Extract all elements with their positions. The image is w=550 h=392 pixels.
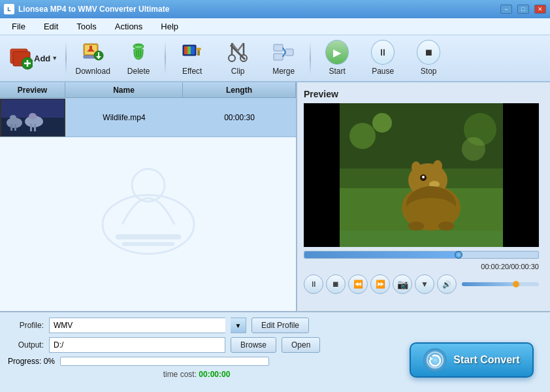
- clip-icon: [226, 41, 250, 64]
- svg-rect-62: [340, 231, 503, 247]
- svg-point-66: [462, 137, 485, 161]
- output-label: Output:: [8, 340, 44, 350]
- profile-label: Profile:: [8, 321, 44, 330]
- close-button[interactable]: ✕: [534, 5, 546, 14]
- effect-button[interactable]: Effect: [170, 39, 214, 78]
- main-content: Preview Name Length: [0, 82, 550, 311]
- profile-input[interactable]: [49, 318, 225, 333]
- svg-rect-29: [274, 44, 283, 51]
- svg-line-24: [237, 43, 244, 52]
- seek-thumb: [455, 251, 462, 259]
- delete-label: Delete: [127, 67, 150, 76]
- pause-button[interactable]: ⏸ Pause: [361, 39, 405, 78]
- video-frame: [304, 103, 539, 247]
- open-button[interactable]: Open: [282, 337, 320, 353]
- svg-point-63: [349, 123, 376, 149]
- title-bar: L Lionsea MP4 to WMV Converter Ultimate …: [0, 0, 550, 18]
- pb-more-button[interactable]: ▼: [415, 274, 434, 294]
- pb-pause-button[interactable]: ⏸: [304, 274, 323, 294]
- svg-rect-36: [14, 124, 16, 131]
- delete-icon: [127, 41, 150, 64]
- volume-bar[interactable]: [462, 282, 539, 286]
- stop-button[interactable]: ⏹ Stop: [406, 39, 451, 78]
- effect-icon: [180, 41, 204, 64]
- edit-profile-button[interactable]: Edit Profile: [251, 318, 309, 333]
- file-list-header: Preview Name Length: [0, 82, 296, 98]
- file-list-body: Wildlife.mp4 00:00:30: [0, 98, 296, 311]
- app-window: L Lionsea MP4 to WMV Converter Ultimate …: [0, 0, 550, 392]
- svg-point-56: [412, 161, 421, 173]
- app-icon: L: [4, 4, 14, 14]
- preview-title: Preview: [304, 89, 543, 99]
- svg-rect-39: [30, 123, 32, 131]
- download-button[interactable]: Download: [71, 39, 115, 78]
- start-convert-label: Start Convert: [453, 354, 519, 366]
- pb-stop-button[interactable]: ⏹: [326, 274, 346, 294]
- svg-point-37: [10, 115, 16, 120]
- menu-help[interactable]: Help: [152, 20, 187, 33]
- seek-bar[interactable]: [304, 251, 539, 259]
- start-convert-button[interactable]: Start Convert: [410, 342, 534, 378]
- pb-snapshot-button[interactable]: 📷: [393, 274, 412, 294]
- pb-rewind-button[interactable]: ⏪: [348, 274, 368, 294]
- start-label: Start: [329, 67, 346, 76]
- menu-file[interactable]: File: [3, 20, 35, 33]
- volume-fill: [462, 282, 516, 286]
- clip-label: Clip: [231, 67, 245, 76]
- svg-rect-30: [274, 54, 283, 60]
- browse-button[interactable]: Browse: [231, 337, 276, 353]
- delete-button[interactable]: Delete: [116, 39, 161, 78]
- pb-forward-button[interactable]: ⏩: [370, 274, 390, 294]
- add-icon: [9, 46, 33, 70]
- svg-rect-35: [10, 124, 12, 131]
- profile-dropdown[interactable]: ▼: [231, 318, 246, 333]
- file-list: Preview Name Length: [0, 82, 297, 311]
- svg-rect-45: [122, 242, 174, 246]
- svg-point-60: [408, 221, 424, 231]
- svg-point-41: [29, 113, 37, 120]
- svg-point-43: [132, 169, 165, 202]
- time-cost-label: time cost:: [163, 370, 197, 379]
- table-row[interactable]: Wildlife.mp4 00:00:30: [0, 98, 296, 137]
- svg-point-61: [438, 221, 454, 231]
- svg-point-59: [405, 198, 457, 224]
- svg-rect-46: [304, 103, 340, 247]
- output-row: Output: Browse Open: [8, 337, 385, 353]
- svg-point-65: [372, 113, 392, 133]
- merge-button[interactable]: Merge: [261, 39, 306, 78]
- svg-point-54: [422, 176, 425, 178]
- output-input[interactable]: [49, 337, 225, 353]
- download-icon: [81, 41, 105, 64]
- maximize-button[interactable]: □: [517, 5, 529, 14]
- pb-volume-button[interactable]: 🔊: [437, 274, 457, 294]
- start-icon: ▶: [325, 41, 349, 64]
- start-button[interactable]: ▶ Start: [315, 39, 359, 78]
- minimize-button[interactable]: −: [500, 5, 512, 14]
- profile-row: Profile: ▼ Edit Profile: [8, 318, 385, 333]
- add-button[interactable]: Add ▼: [5, 45, 61, 71]
- time-cost-row: time cost: 00:00:00: [8, 370, 385, 379]
- playback-controls: ⏸ ⏹ ⏪ ⏩ 📷 ▼ 🔊: [304, 274, 539, 294]
- bottom-left: Profile: ▼ Edit Profile Output: Browse O…: [0, 312, 393, 392]
- svg-rect-18: [187, 46, 191, 54]
- effect-label: Effect: [182, 67, 202, 76]
- pause-label: Pause: [372, 67, 394, 76]
- svg-rect-31: [285, 49, 293, 56]
- stop-label: Stop: [421, 67, 437, 76]
- svg-marker-68: [430, 357, 433, 361]
- pause-icon: ⏸: [371, 41, 395, 64]
- svg-point-25: [229, 55, 235, 61]
- progress-label: Progress: 0%: [8, 357, 55, 366]
- menu-actions[interactable]: Actions: [106, 20, 152, 33]
- bottom-panel: Profile: ▼ Edit Profile Output: Browse O…: [0, 311, 550, 392]
- clip-button[interactable]: Clip: [216, 39, 260, 78]
- time-cost-value: 00:00:00: [199, 370, 230, 379]
- menu-edit[interactable]: Edit: [35, 20, 67, 33]
- svg-rect-40: [34, 123, 36, 131]
- svg-line-22: [231, 45, 245, 59]
- bottom-right: Start Convert: [393, 312, 550, 392]
- add-dropdown-arrow: ▼: [52, 55, 57, 61]
- seek-bar-fill: [304, 252, 459, 258]
- menu-tools[interactable]: Tools: [67, 20, 105, 33]
- merge-label: Merge: [272, 67, 295, 76]
